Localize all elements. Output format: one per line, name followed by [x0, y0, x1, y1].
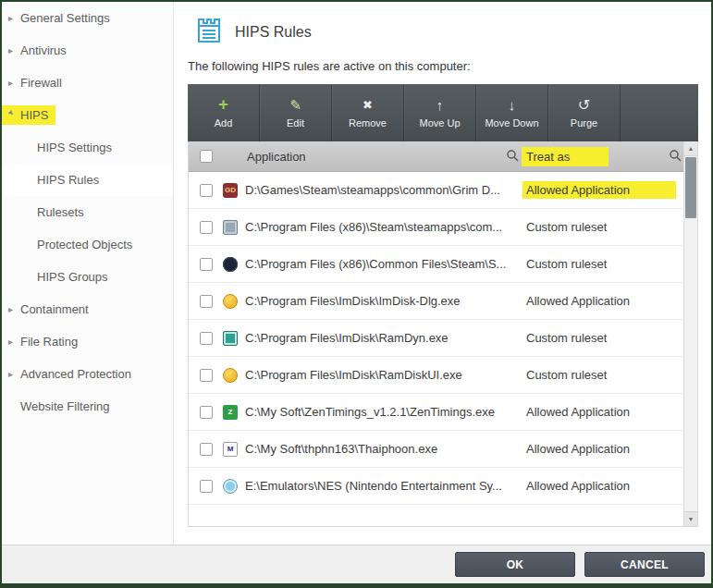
- table-row[interactable]: GD D:\Games\Steam\steamapps\common\Grim …: [189, 172, 697, 209]
- select-all-checkbox[interactable]: [200, 150, 213, 163]
- sidebar-item-label: Containment: [20, 302, 89, 316]
- row-checkbox[interactable]: [200, 406, 213, 419]
- search-icon[interactable]: [506, 149, 519, 165]
- sidebar-item-label: Advanced Protection: [20, 367, 131, 381]
- edit-button[interactable]: ✎ Edit: [260, 84, 332, 141]
- app-icon: Z: [223, 405, 238, 420]
- sidebar-item-hips-rules[interactable]: HIPS Rules: [2, 164, 173, 196]
- scroll-up-icon[interactable]: ▲: [684, 141, 697, 156]
- scroll-down-icon[interactable]: ▼: [684, 511, 697, 526]
- sidebar-item-label: HIPS Settings: [37, 141, 112, 154]
- page-header: HIPS Rules: [193, 15, 698, 50]
- app-icon: [223, 368, 238, 383]
- application-path: C:\Program Files\ImDisk\ImDisk-Dlg.exe: [245, 294, 526, 308]
- sidebar-item-label: Antivirus: [20, 43, 67, 57]
- page-title: HIPS Rules: [235, 24, 312, 41]
- sidebar-item-label: File Rating: [20, 335, 78, 349]
- application-path: C:\My Soft\thphn163\Thaiphoon.exe: [245, 442, 526, 456]
- empty-row: [189, 505, 697, 526]
- table-row[interactable]: C:\Program Files\ImDisk\RamDyn.exe Custo…: [189, 320, 697, 357]
- hips-rules-window: ▸ General Settings ▸ Antivirus ▸ Firewal…: [0, 0, 713, 588]
- application-path: C:\Program Files\ImDisk\RamDyn.exe: [245, 331, 526, 345]
- row-checkbox[interactable]: [200, 221, 213, 234]
- rules-table: Application Treat as GD D:\Games\Steam: [188, 141, 698, 527]
- sidebar-item-hips-settings[interactable]: HIPS Settings: [2, 131, 173, 164]
- page-description: The following HIPS rules are active on t…: [188, 59, 698, 73]
- app-icon: [223, 331, 238, 346]
- sidebar-item-rulesets[interactable]: Rulesets: [2, 196, 173, 228]
- x-icon: ✖: [363, 97, 373, 113]
- app-icon: [223, 220, 238, 235]
- chevron-right-icon: ▸: [8, 304, 20, 314]
- application-path: C:\Program Files\ImDisk\RamDiskUI.exe: [245, 368, 526, 382]
- application-path: C:\My Soft\ZenTimings_v1.2.1\ZenTimings.…: [245, 405, 526, 419]
- treat-as-value: Allowed Application: [526, 442, 683, 456]
- table-row[interactable]: C:\Program Files (x86)\Common Files\Stea…: [189, 246, 697, 283]
- chevron-right-icon: ▸: [8, 45, 20, 55]
- table-row[interactable]: Z C:\My Soft\ZenTimings_v1.2.1\ZenTiming…: [189, 394, 697, 431]
- arrow-up-icon: ↑: [436, 97, 444, 113]
- row-checkbox[interactable]: [200, 332, 213, 345]
- row-checkbox[interactable]: [200, 369, 213, 382]
- sidebar-item-hips[interactable]: ▸ HIPS: [2, 99, 173, 131]
- application-path: C:\Program Files (x86)\Steam\steamapps\c…: [245, 220, 526, 234]
- move-down-button[interactable]: ↓ Move Down: [476, 84, 548, 141]
- row-checkbox[interactable]: [200, 258, 213, 271]
- sidebar-item-protected-objects[interactable]: Protected Objects: [2, 228, 173, 261]
- settings-sidebar: ▸ General Settings ▸ Antivirus ▸ Firewal…: [2, 2, 174, 545]
- scrollbar-thumb[interactable]: [685, 157, 696, 218]
- sidebar-item-label: Rulesets: [37, 205, 84, 219]
- table-row[interactable]: C:\Program Files\ImDisk\ImDisk-Dlg.exe A…: [189, 283, 697, 320]
- app-icon: [223, 479, 238, 494]
- sidebar-item-label: Firewall: [20, 76, 62, 90]
- sidebar-item-label: Protected Objects: [37, 238, 132, 251]
- treat-as-value: Allowed Application: [526, 181, 683, 199]
- treat-as-value: Custom ruleset: [526, 368, 683, 382]
- row-checkbox[interactable]: [200, 443, 213, 456]
- table-row[interactable]: E:\Emulators\NES (Nintendo Entertainment…: [189, 468, 697, 505]
- app-icon: [223, 294, 238, 309]
- purge-button[interactable]: ↺ Purge: [548, 84, 621, 141]
- toolbar: + Add ✎ Edit ✖ Remove ↑ Move Up ↓ Move D…: [188, 84, 698, 141]
- sidebar-item-label: HIPS: [20, 108, 48, 122]
- move-up-button[interactable]: ↑ Move Up: [404, 84, 476, 141]
- hips-rules-icon: [193, 15, 225, 50]
- sidebar-item-file-rating[interactable]: ▸ File Rating: [2, 325, 173, 358]
- row-checkbox[interactable]: [200, 295, 213, 308]
- cancel-button[interactable]: CANCEL: [584, 552, 705, 577]
- pencil-icon: ✎: [289, 97, 301, 113]
- sidebar-item-label: Website Filtering: [20, 399, 110, 413]
- sidebar-item-advanced-protection[interactable]: ▸ Advanced Protection: [2, 358, 173, 390]
- ok-button[interactable]: OK: [455, 552, 575, 577]
- row-checkbox[interactable]: [200, 184, 213, 197]
- sidebar-item-general-settings[interactable]: ▸ General Settings: [2, 2, 173, 34]
- main-panel: HIPS Rules The following HIPS rules are …: [175, 2, 711, 545]
- treat-as-value: Custom ruleset: [526, 257, 683, 271]
- add-button[interactable]: + Add: [188, 84, 260, 141]
- app-icon: M: [223, 442, 238, 457]
- column-application: Application: [223, 149, 526, 165]
- treat-as-value: Allowed Application: [526, 294, 683, 308]
- vertical-scrollbar[interactable]: ▲ ▼: [683, 141, 697, 526]
- sidebar-item-label: General Settings: [20, 11, 110, 25]
- chevron-right-icon: ▸: [8, 13, 20, 23]
- table-row[interactable]: M C:\My Soft\thphn163\Thaiphoon.exe Allo…: [189, 431, 697, 468]
- application-path: E:\Emulators\NES (Nintendo Entertainment…: [245, 479, 526, 493]
- sidebar-item-containment[interactable]: ▸ Containment: [2, 293, 173, 325]
- table-header: Application Treat as: [189, 141, 697, 172]
- sidebar-item-firewall[interactable]: ▸ Firewall: [2, 67, 173, 99]
- remove-button[interactable]: ✖ Remove: [332, 84, 404, 141]
- table-row[interactable]: C:\Program Files (x86)\Steam\steamapps\c…: [189, 209, 697, 246]
- sidebar-item-website-filtering[interactable]: ▸ Website Filtering: [2, 390, 173, 423]
- search-icon[interactable]: [669, 149, 682, 165]
- treat-as-value: Custom ruleset: [526, 220, 683, 234]
- treat-as-value: Allowed Application: [526, 479, 683, 493]
- row-checkbox[interactable]: [200, 480, 213, 493]
- application-path: C:\Program Files (x86)\Common Files\Stea…: [245, 257, 526, 271]
- sidebar-item-antivirus[interactable]: ▸ Antivirus: [2, 34, 173, 67]
- sidebar-item-hips-groups[interactable]: HIPS Groups: [2, 261, 173, 293]
- footer-bar: OK CANCEL: [2, 545, 711, 583]
- refresh-icon: ↺: [578, 97, 590, 113]
- chevron-right-icon: ▸: [8, 337, 20, 347]
- table-row[interactable]: C:\Program Files\ImDisk\RamDiskUI.exe Cu…: [189, 357, 697, 394]
